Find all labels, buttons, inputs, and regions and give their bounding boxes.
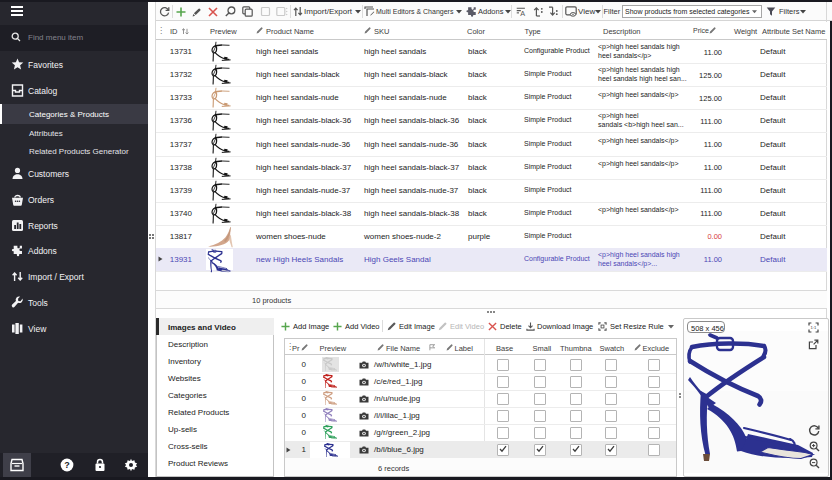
svg-text:?: ? xyxy=(64,460,70,470)
svg-text:1:1: 1:1 xyxy=(811,325,817,330)
svg-text:A: A xyxy=(520,9,525,18)
